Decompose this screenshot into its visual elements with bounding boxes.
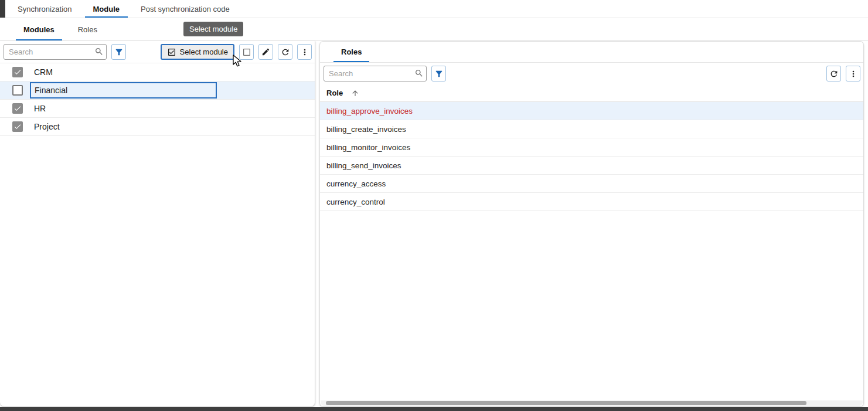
tab-module-label: Module [93,5,120,13]
module-row-hr[interactable]: HR [0,100,315,118]
modules-menu-button[interactable] [297,44,312,60]
filter-funnel-icon [434,69,444,79]
role-name: billing_approve_invoices [326,107,413,116]
tab-synchronization[interactable]: Synchronization [7,0,83,18]
edit-pencil-icon [261,47,270,56]
tab-module[interactable]: Module [83,0,131,18]
search-icon [94,47,104,56]
tab-post-synchronization-code[interactable]: Post synchronization code [130,0,240,18]
select-module-tooltip: Select module [183,22,243,36]
module-name: HR [34,104,46,113]
bottom-bar [0,407,868,411]
tab-modules-label: Modules [23,25,55,34]
sub-tab-bar: Modules Roles [0,18,868,41]
role-name: billing_send_invoices [326,161,401,170]
tab-roles-inner-label: Roles [341,47,362,56]
corner-decoration [0,0,5,18]
module-list: CRM Financial HR Project [0,63,315,136]
edit-module-button[interactable] [258,44,273,60]
refresh-icon [829,69,839,79]
modules-filter-button[interactable] [111,44,126,60]
role-column-header[interactable]: Role [326,89,343,97]
role-name: currency_control [326,198,385,206]
modules-search [4,44,107,60]
module-row-project[interactable]: Project [0,118,315,136]
roles-filter-button[interactable] [431,66,446,81]
scrollbar-thumb[interactable] [326,401,806,405]
refresh-icon [281,47,290,57]
kebab-menu-icon [300,47,309,57]
roles-table-body: billing_approve_invoices billing_create_… [320,102,863,211]
module-name: Financial [35,86,67,95]
checkbox-checked-icon [167,47,176,57]
roles-panel: Roles Ro [319,41,864,407]
module-name-edit-box[interactable]: Financial [30,82,217,98]
filter-funnel-icon [114,47,124,57]
module-row-financial[interactable]: Financial [0,81,315,100]
horizontal-scrollbar[interactable] [321,400,863,406]
role-name: billing_create_invoices [326,125,406,134]
tab-roles-inner[interactable]: Roles [333,42,369,62]
checkbox-checked[interactable] [12,103,23,114]
tab-roles[interactable]: Roles [70,18,105,40]
role-name: billing_monitor_invoices [326,143,410,152]
tab-roles-label: Roles [78,25,97,34]
select-module-button[interactable]: Select module [161,44,234,60]
sort-ascending-icon[interactable] [351,89,359,97]
roles-search [324,66,427,81]
checkbox-checked[interactable] [12,121,23,132]
roles-toolbar [320,63,863,84]
roles-search-input[interactable] [324,66,427,81]
role-row[interactable]: currency_access [320,175,863,193]
checkbox-empty-icon [242,47,251,57]
checkbox-checked[interactable] [12,67,23,77]
modules-panel: Select module [0,41,315,407]
role-row[interactable]: currency_control [320,193,863,211]
main-tab-bar: Synchronization Module Post synchronizat… [0,0,868,18]
role-row[interactable]: billing_approve_invoices [320,102,863,120]
roles-table-header: Role [320,84,863,102]
role-row[interactable]: billing_create_invoices [320,120,863,138]
tab-synchronization-label: Synchronization [18,5,72,13]
roles-action-buttons [822,66,860,81]
modules-search-input[interactable] [4,44,107,60]
module-row-crm[interactable]: CRM [0,63,315,81]
role-row[interactable]: billing_send_invoices [320,157,863,175]
deselect-module-button[interactable] [239,44,254,60]
tooltip-text: Select module [189,25,237,33]
role-row[interactable]: billing_monitor_invoices [320,138,863,157]
tab-post-synchronization-code-label: Post synchronization code [141,5,230,13]
modules-action-buttons: Select module [161,44,312,60]
modules-toolbar: Select module [0,41,315,63]
module-name: Project [34,122,60,131]
role-name: currency_access [326,179,386,188]
tab-modules[interactable]: Modules [16,18,62,40]
refresh-roles-button[interactable] [826,66,841,81]
kebab-menu-icon [849,69,858,79]
refresh-modules-button[interactable] [278,44,292,60]
roles-tab-bar: Roles [320,42,863,63]
module-name: CRM [34,67,53,77]
select-module-button-label: Select module [180,47,228,56]
checkbox-unchecked[interactable] [12,85,23,96]
roles-menu-button[interactable] [846,66,860,81]
search-icon [414,69,424,78]
